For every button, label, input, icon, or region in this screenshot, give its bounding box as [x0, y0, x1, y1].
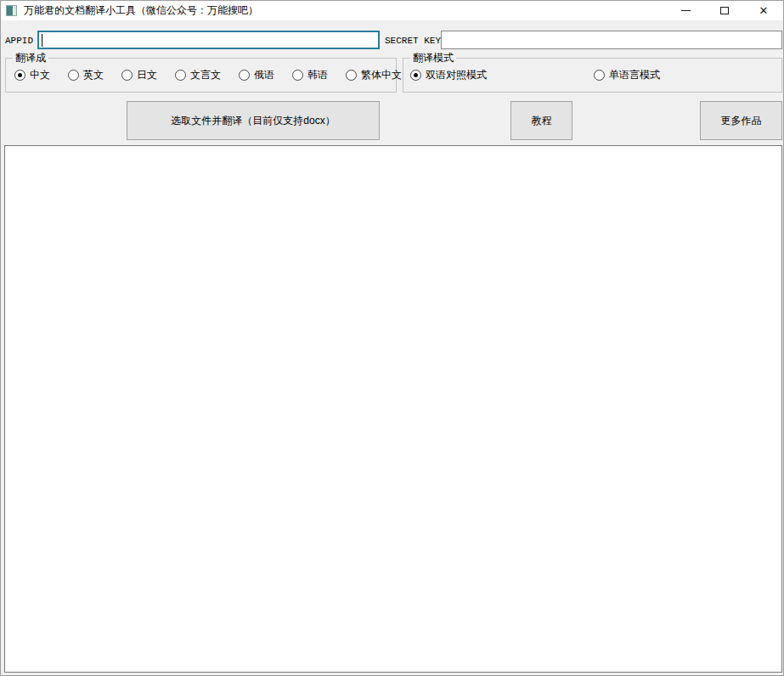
radio-lang-korean[interactable]: 韩语	[292, 68, 328, 82]
radio-label: 中文	[30, 68, 50, 82]
radio-label: 韩语	[307, 68, 328, 82]
radio-icon	[68, 70, 79, 81]
translate-to-options: 中文 英文 日文 文言文 俄语 韩语	[6, 59, 396, 92]
radio-label: 双语对照模式	[426, 68, 487, 82]
radio-lang-classical-chinese[interactable]: 文言文	[175, 68, 221, 82]
window-controls: ✕	[666, 1, 783, 20]
radio-label: 单语言模式	[609, 68, 660, 82]
radio-label: 繁体中文	[361, 68, 402, 82]
radio-lang-chinese[interactable]: 中文	[14, 68, 50, 82]
radio-label: 俄语	[254, 68, 274, 82]
close-button[interactable]: ✕	[744, 1, 783, 20]
secret-key-input[interactable]	[441, 31, 782, 49]
close-icon: ✕	[759, 5, 769, 16]
select-file-translate-button[interactable]: 选取文件并翻译（目前仅支持docx）	[127, 101, 380, 140]
radio-lang-russian[interactable]: 俄语	[239, 68, 274, 82]
secret-key-label: SECRET KEY	[385, 36, 441, 46]
radio-lang-english[interactable]: 英文	[68, 68, 104, 82]
radio-lang-japanese[interactable]: 日文	[121, 68, 157, 82]
radio-icon	[346, 70, 357, 81]
radio-icon	[121, 70, 133, 81]
radio-label: 英文	[83, 68, 104, 82]
app-icon	[6, 5, 17, 16]
titlebar: 万能君的文档翻译小工具（微信公众号：万能搜吧） ✕	[1, 1, 783, 20]
radio-icon	[14, 70, 25, 81]
more-works-button[interactable]: 更多作品	[700, 101, 782, 140]
appid-input[interactable]	[37, 31, 380, 49]
maximize-button[interactable]	[705, 1, 744, 20]
radio-mode-monolingual[interactable]: 单语言模式	[594, 68, 660, 82]
translate-mode-groupbox: 翻译模式 双语对照模式 单语言模式	[403, 58, 782, 93]
appid-label: APPID	[5, 36, 33, 46]
maximize-icon	[720, 7, 729, 14]
output-textarea[interactable]	[4, 145, 782, 673]
app-window: 万能君的文档翻译小工具（微信公众号：万能搜吧） ✕ APPID SECRET K…	[0, 0, 784, 676]
translate-mode-options: 双语对照模式 单语言模式	[403, 59, 781, 92]
minimize-icon	[681, 10, 691, 11]
minimize-button[interactable]	[666, 1, 705, 20]
radio-lang-traditional-chinese[interactable]: 繁体中文	[346, 68, 402, 82]
radio-label: 文言文	[190, 68, 221, 82]
radio-icon	[239, 70, 250, 81]
radio-mode-bilingual[interactable]: 双语对照模式	[410, 68, 487, 82]
radio-icon	[292, 70, 303, 81]
radio-icon	[175, 70, 186, 81]
window-title: 万能君的文档翻译小工具（微信公众号：万能搜吧）	[24, 3, 258, 18]
translate-to-groupbox: 翻译成 中文 英文 日文 文言文 俄语	[5, 58, 397, 93]
radio-label: 日文	[137, 68, 157, 82]
radio-icon	[594, 70, 605, 81]
tutorial-button[interactable]: 教程	[510, 101, 572, 140]
radio-icon	[410, 70, 421, 81]
